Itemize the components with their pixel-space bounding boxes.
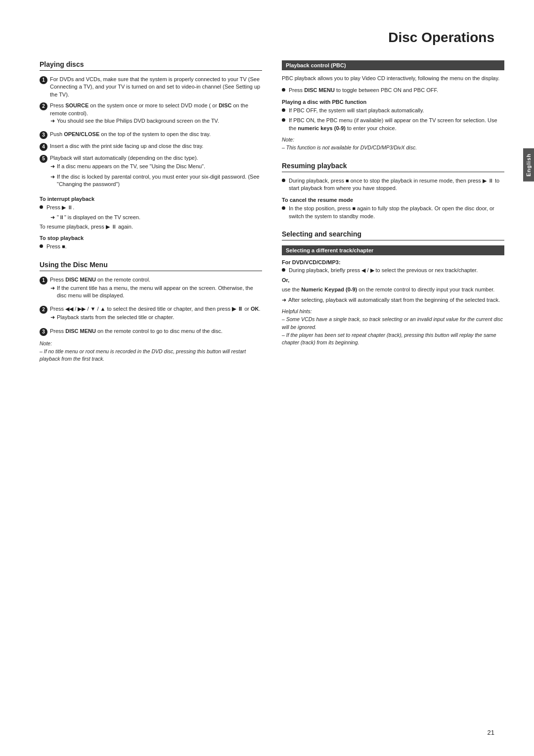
bullet-dot-6	[282, 179, 285, 182]
helpful-hints-block: Helpful hints: – Some VCDs have a single…	[282, 308, 504, 347]
selecting-track-box: Selecting a different track/chapter	[282, 245, 504, 255]
bullet-dot-5	[282, 118, 285, 122]
note-content: – If no title menu or root menu is recor…	[40, 348, 246, 362]
pbc-note-label: Note:	[282, 137, 294, 142]
resuming-title: Resuming playback	[282, 162, 504, 172]
pbc-playing-title: Playing a disc with PBC function	[282, 99, 504, 105]
item-5-arrow-1: ➜ If a disc menu appears on the TV, see …	[50, 163, 262, 170]
pbc-note-content: – This function is not available for DVD…	[282, 144, 417, 150]
disc-menu-list: 1 Press DISC MENU on the remote control.…	[40, 276, 262, 336]
interrupt-playback-title: To interrupt playback	[40, 196, 262, 202]
list-item-1: 1 For DVDs and VCDs, make sure that the …	[40, 76, 262, 98]
dvd-sub-title: For DVD/VCD/CD/MP3:	[282, 259, 504, 265]
item-5-arrow-2: ➜ If the disc is locked by parental cont…	[50, 173, 262, 189]
dm-item-1-arrow-text: If the current title has a menu, the men…	[57, 284, 262, 300]
interrupt-text: Press ▶ ⏸.	[46, 204, 74, 211]
pbc-bullet-2-text: If PBC OFF, the system will start playba…	[289, 107, 424, 114]
interrupt-bullet: Press ▶ ⏸.	[40, 204, 262, 211]
item-num-1: 1	[40, 76, 47, 84]
stop-text: Press ■.	[46, 243, 67, 250]
left-column: Playing discs 1 For DVDs and VCDs, make …	[40, 60, 262, 373]
item-2-text: Press SOURCE on the system once or more …	[50, 102, 262, 117]
after-select-arrow: ➜ After selecting, playback will automat…	[282, 296, 504, 304]
arrow-icon-2: ➜	[50, 163, 55, 170]
after-select-text: After selecting, playback will automatic…	[288, 296, 500, 304]
main-content: Playing discs 1 For DVDs and VCDs, make …	[40, 60, 504, 373]
item-num-4: 4	[40, 143, 47, 151]
cancel-resume-text: In the stop position, press ■ again to f…	[289, 205, 504, 220]
disc-menu-note: Note: – If no title menu or root menu is…	[40, 340, 262, 363]
dvd-bullet: During playback, briefly press ◀ / ▶ to …	[282, 267, 504, 274]
page-number: 21	[488, 729, 494, 736]
section-resuming: Resuming playback During playback, press…	[282, 162, 504, 221]
dvd-bullet-text: During playback, briefly press ◀ / ▶ to …	[289, 267, 478, 274]
item-2-arrow: ➜ You should see the blue Philips DVD ba…	[50, 117, 262, 125]
page-title: Disc Operations	[40, 30, 504, 46]
bullet-dot-7	[282, 206, 285, 210]
list-item-3: 3 Push OPEN/CLOSE on the top of the syst…	[40, 131, 262, 139]
note-label: Note:	[40, 340, 52, 346]
selecting-title: Selecting and searching	[282, 230, 504, 240]
resuming-bullet: During playback, press ■ once to stop th…	[282, 177, 504, 192]
item-num-5: 5	[40, 155, 47, 163]
pbc-bullet-1: Press DISC MENU to toggle between PBC ON…	[282, 87, 504, 94]
helpful-hints-title: Helpful hints:	[282, 308, 312, 314]
playing-discs-list: 1 For DVDs and VCDs, make sure that the …	[40, 76, 262, 191]
dm-item-1-arrow: ➜ If the current title has a menu, the m…	[50, 284, 262, 300]
resuming-text: During playback, press ■ once to stop th…	[289, 177, 504, 192]
cancel-resume-title: To cancel the resume mode	[282, 197, 504, 203]
dm-item-num-1: 1	[40, 277, 47, 284]
helpful-hint-1: – Some VCDs have a single track, so trac…	[282, 316, 503, 330]
arrow-icon-3: ➜	[50, 173, 55, 181]
item-5-arrow-text-1: If a disc menu appears on the TV, see "U…	[57, 163, 205, 170]
arrow-icon-5: ➜	[50, 284, 55, 292]
playing-discs-title: Playing discs	[40, 60, 262, 71]
list-item-2: 2 Press SOURCE on the system once or mor…	[40, 102, 262, 127]
list-item-4: 4 Insert a disc with the print side faci…	[40, 142, 262, 151]
arrow-icon-6: ➜	[50, 314, 55, 321]
dm-item-num-3: 3	[40, 328, 47, 336]
pbc-bullet-3-text: If PBC ON, the PBC menu (if available) w…	[289, 117, 504, 132]
helpful-hint-2: – If the player has been set to repeat c…	[282, 332, 496, 346]
item-1-text: For DVDs and VCDs, make sure that the sy…	[50, 76, 262, 98]
dm-item-2-text: Press ◀◀ / ▶▶ / ▼ / ▲ to select the desi…	[50, 305, 261, 314]
dm-list-item-3: 3 Press DISC MENU on the remote control …	[40, 328, 262, 336]
dm-item-1-text: Press DISC MENU on the remote control.	[50, 276, 150, 284]
interrupt-arrow: ➜ "⏸" is displayed on the TV screen.	[50, 214, 262, 221]
bullet-dot	[40, 205, 43, 209]
resume-again-text: To resume playback, press ▶ ⏸ again.	[40, 224, 262, 230]
dm-item-3-text: Press DISC MENU on the remote control to…	[50, 328, 222, 336]
pbc-intro: PBC playback allows you to play Video CD…	[282, 74, 504, 83]
bullet-dot-2	[40, 244, 43, 248]
pbc-note: Note: – This function is not available f…	[282, 136, 504, 152]
right-column: Playback control (PBC) PBC playback allo…	[282, 60, 504, 373]
arrow-icon-1: ➜	[50, 117, 55, 125]
dm-list-item-2: 2 Press ◀◀ / ▶▶ / ▼ / ▲ to select the de…	[40, 305, 262, 324]
disc-menu-title: Using the Disc Menu	[40, 261, 262, 271]
item-5-text: Playback will start automatically (depen…	[50, 154, 198, 163]
list-item-5: 5 Playback will start automatically (dep…	[40, 154, 262, 190]
or-text: use the Numeric Keypad (0-9) on the remo…	[282, 285, 504, 294]
dm-item-2-arrow-text: Playback starts from the selected title …	[57, 314, 174, 321]
item-2-arrow-text: You should see the blue Philips DVD back…	[57, 117, 219, 125]
arrow-icon-4: ➜	[50, 214, 55, 221]
item-num-3: 3	[40, 131, 47, 139]
interrupt-arrow-text: "⏸" is displayed on the TV screen.	[57, 214, 140, 221]
bullet-dot-4	[282, 108, 285, 112]
language-tab: English	[523, 148, 534, 182]
item-3-text: Push OPEN/CLOSE on the top of the system…	[50, 131, 211, 139]
pbc-box-header: Playback control (PBC)	[282, 60, 504, 70]
pbc-bullet-1-text: Press DISC MENU to toggle between PBC ON…	[289, 87, 438, 94]
section-pbc: Playback control (PBC) PBC playback allo…	[282, 60, 504, 152]
bullet-dot-3	[282, 88, 285, 92]
arrow-icon-7: ➜	[282, 296, 286, 304]
stop-bullet: Press ■.	[40, 243, 262, 250]
item-5-arrow-text-2: If the disc is locked by parental contro…	[57, 173, 262, 189]
page: English Disc Operations Playing discs 1 …	[0, 0, 534, 756]
dm-item-num-2: 2	[40, 306, 47, 314]
dm-item-2-arrow: ➜ Playback starts from the selected titl…	[50, 314, 262, 321]
item-4-text: Insert a disc with the print side facing…	[50, 142, 203, 151]
section-playing-discs: Playing discs 1 For DVDs and VCDs, make …	[40, 60, 262, 251]
dm-list-item-1: 1 Press DISC MENU on the remote control.…	[40, 276, 262, 302]
or-label: Or,	[282, 277, 504, 283]
